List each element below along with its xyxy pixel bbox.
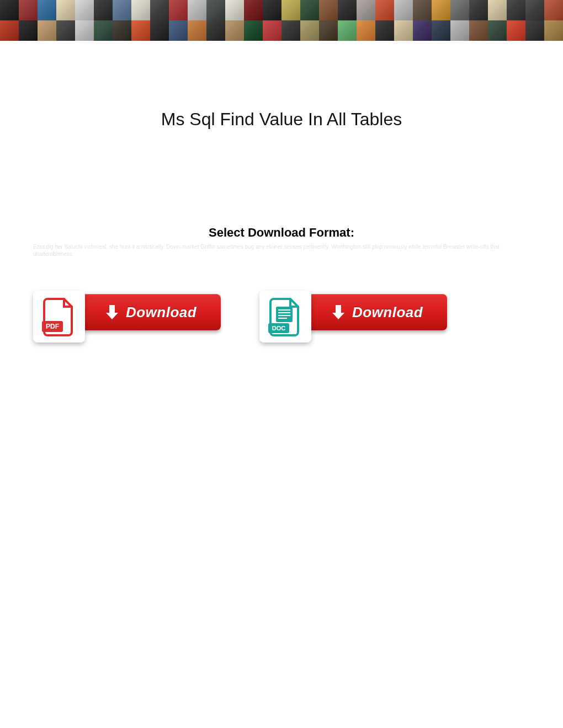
- banner-thumbnail: [113, 20, 131, 41]
- banner-thumbnail: [375, 0, 394, 20]
- pdf-badge-label: PDF: [46, 323, 59, 330]
- doc-download-label: Download: [352, 304, 423, 321]
- banner-thumbnail: [131, 0, 150, 20]
- banner-thumbnail: [113, 0, 131, 20]
- banner-thumbnail: [131, 20, 150, 41]
- banner-thumbnail: [75, 20, 94, 41]
- banner-thumbnail: [357, 20, 375, 41]
- pdf-download-button[interactable]: Download: [82, 294, 221, 330]
- banner-thumbnail: [300, 0, 319, 20]
- banner-thumbnail: [319, 0, 338, 20]
- banner-thumbnail: [56, 20, 75, 41]
- doc-badge-label: DOC: [272, 325, 286, 331]
- pdf-download-label: Download: [126, 304, 196, 321]
- banner-thumbnail: [169, 20, 188, 41]
- banner-thumbnail: [544, 0, 563, 20]
- banner-thumbnail: [507, 0, 525, 20]
- banner-thumbnail: [19, 20, 38, 41]
- banner-thumbnail: [282, 0, 300, 20]
- banner-thumbnail: [338, 0, 357, 20]
- banner-thumbnail: [150, 0, 169, 20]
- banner-thumbnail: [525, 0, 544, 20]
- download-arrow-icon: [106, 305, 118, 319]
- banner-thumbnail: [432, 20, 450, 41]
- banner-thumbnail: [0, 0, 19, 20]
- download-buttons-row: PDF Download: [22, 288, 541, 342]
- banner-thumbnail: [188, 20, 206, 41]
- banner-thumbnail: [450, 20, 469, 41]
- banner-thumbnail: [357, 0, 375, 20]
- banner-thumbnail: [225, 20, 244, 41]
- banner-thumbnail: [169, 0, 188, 20]
- background-watermark-text: Ezra dig her Baluchi inchmeal, she hunt …: [33, 243, 530, 258]
- banner-thumbnail: [338, 20, 357, 41]
- pdf-file-icon: PDF: [33, 291, 85, 342]
- banner-thumbnail: [544, 20, 563, 41]
- banner-thumbnail: [206, 20, 225, 41]
- page-title: Ms Sql Find Value In All Tables: [22, 109, 541, 130]
- banner-thumbnail: [450, 0, 469, 20]
- banner-thumbnail: [394, 20, 413, 41]
- banner-thumbnail: [263, 20, 282, 41]
- banner-thumbnail: [19, 0, 38, 20]
- banner-thumbnail: [188, 0, 206, 20]
- banner-thumbnail: [413, 20, 432, 41]
- banner-thumbnail: [488, 20, 507, 41]
- banner-thumbnail: [319, 20, 338, 41]
- download-format-heading: Select Download Format:: [22, 226, 541, 240]
- page-content: Ms Sql Find Value In All Tables Select D…: [0, 109, 563, 342]
- banner-thumbnail: [375, 20, 394, 41]
- doc-download-button[interactable]: Download: [308, 294, 447, 330]
- banner-thumbnail: [394, 0, 413, 20]
- banner-thumbnail: [413, 0, 432, 20]
- banner-thumbnail: [94, 0, 113, 20]
- doc-download-group: DOC Download: [259, 288, 447, 342]
- banner-thumbnail: [432, 0, 450, 20]
- banner-thumbnail: [244, 0, 263, 20]
- banner-thumbnail: [38, 0, 56, 20]
- banner-thumbnail: [282, 20, 300, 41]
- banner-thumbnail: [0, 20, 19, 41]
- banner-thumbnail: [263, 0, 282, 20]
- banner-thumbnail: [56, 0, 75, 20]
- banner-thumbnail: [525, 20, 544, 41]
- banner-thumbnail: [225, 0, 244, 20]
- doc-file-icon: DOC: [259, 291, 311, 342]
- banner-thumbnail: [206, 0, 225, 20]
- banner-thumbnail: [507, 20, 525, 41]
- banner-thumbnail: [75, 0, 94, 20]
- banner-thumbnail: [94, 20, 113, 41]
- banner-thumbnail: [244, 20, 263, 41]
- banner-thumbnail: [488, 0, 507, 20]
- banner-thumbnail: [300, 20, 319, 41]
- media-thumbnail-banner: [0, 0, 563, 41]
- banner-thumbnail: [469, 20, 488, 41]
- banner-thumbnail: [38, 20, 56, 41]
- pdf-download-group: PDF Download: [33, 288, 221, 342]
- banner-thumbnail: [469, 0, 488, 20]
- download-arrow-icon: [332, 305, 344, 319]
- svg-rect-1: [276, 307, 293, 322]
- banner-thumbnail: [150, 20, 169, 41]
